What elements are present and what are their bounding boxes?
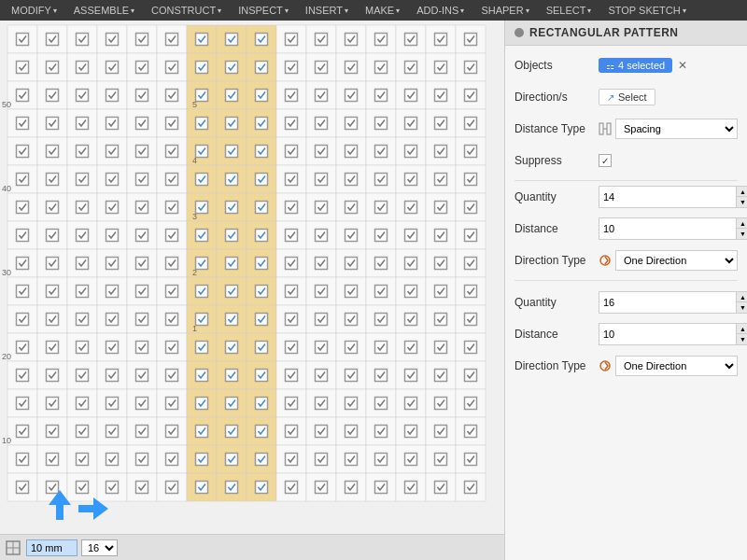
shaper-arrow-icon: ▾ <box>526 7 529 15</box>
menu-make[interactable]: MAKE ▾ <box>358 3 407 18</box>
direction-type2-select[interactable]: One Direction Symmetric <box>615 356 738 376</box>
direction-arrow-icon: ↗ <box>607 92 614 103</box>
divider-2 <box>514 280 738 281</box>
selected-count: 4 selected <box>618 60 665 71</box>
assemble-arrow-icon: ▾ <box>131 7 134 15</box>
quantity1-label: Quantity <box>514 190 599 203</box>
quantity1-row: Quantity ▲ ▼ <box>514 185 738 209</box>
directions-label: Direction/s <box>514 91 599 104</box>
canvas-area[interactable]: 16 14 10 <box>0 21 504 560</box>
panel-body: Objects ⚏ 4 selected ✕ Direction/s ↗ Sel… <box>505 46 747 393</box>
distance2-input[interactable] <box>599 324 736 344</box>
spacing-icon <box>599 122 612 135</box>
quantity1-control: ▲ ▼ <box>599 186 747 208</box>
distance1-input[interactable] <box>599 218 736 239</box>
distance-type-select[interactable]: Spacing Extent <box>615 119 738 139</box>
distance1-up-button[interactable]: ▲ <box>736 218 747 229</box>
insert-arrow-icon: ▾ <box>345 7 348 15</box>
addins-arrow-icon: ▾ <box>460 7 464 15</box>
menu-insert[interactable]: INSERT ▾ <box>298 3 356 18</box>
quantity2-spinner: ▲ ▼ <box>736 292 747 313</box>
quantity1-up-button[interactable]: ▲ <box>736 187 747 197</box>
toolbar-sketch-icon <box>4 539 22 557</box>
distance-type-label: Distance Type <box>514 122 599 135</box>
quantity-select[interactable]: 16 14 10 <box>81 539 118 556</box>
direction-type1-row: Direction Type One Direction Symmetric <box>514 248 738 273</box>
modify-arrow-icon: ▾ <box>53 7 57 15</box>
quantity1-down-button[interactable]: ▼ <box>736 197 747 207</box>
quantity1-spinner: ▲ ▼ <box>736 187 747 207</box>
svg-rect-6 <box>607 123 611 134</box>
direction-type2-row: Direction Type One Direction Symmetric <box>514 354 738 378</box>
quantity2-down-button[interactable]: ▼ <box>736 302 747 313</box>
badge-pattern-icon: ⚏ <box>606 61 614 71</box>
menu-shaper[interactable]: SHAPER ▾ <box>473 3 536 18</box>
distance1-row: Distance ▲ ▼ <box>514 217 738 241</box>
bottom-toolbar: 16 14 10 <box>0 534 504 560</box>
suppress-row: Suppress <box>514 148 738 173</box>
nav-right-arrow[interactable] <box>77 496 110 525</box>
objects-row: Objects ⚏ 4 selected ✕ <box>514 53 738 77</box>
svg-rect-5 <box>599 123 603 134</box>
distance2-down-button[interactable]: ▼ <box>736 334 747 344</box>
distance2-input-wrapper: ▲ ▼ <box>599 323 747 345</box>
select-direction-button[interactable]: ↗ Select <box>599 89 655 105</box>
distance1-input-wrapper: ▲ ▼ <box>599 217 747 240</box>
divider-1 <box>514 180 738 181</box>
distance2-spinner: ▲ ▼ <box>736 324 747 344</box>
quantity1-input[interactable] <box>599 187 736 207</box>
menu-construct[interactable]: CONSTRUCT ▾ <box>144 3 229 18</box>
make-arrow-icon: ▾ <box>396 7 400 15</box>
stopsketch-arrow-icon: ▾ <box>683 7 686 15</box>
clear-selection-button[interactable]: ✕ <box>676 59 689 72</box>
distance1-down-button[interactable]: ▼ <box>736 229 747 239</box>
quantity2-label: Quantity <box>514 296 599 309</box>
distance1-control: ▲ ▼ <box>599 217 747 240</box>
quantity2-control: ▲ ▼ <box>599 291 747 314</box>
quantity2-input[interactable] <box>599 292 736 313</box>
menu-select[interactable]: SELECT ▾ <box>539 3 599 18</box>
distance2-up-button[interactable]: ▲ <box>736 324 747 334</box>
direction-type1-select[interactable]: One Direction Symmetric <box>615 250 738 271</box>
quantity1-input-wrapper: ▲ ▼ <box>599 186 747 208</box>
main-content: 16 14 10 RECTANGULAR PATTERN Objects ⚏ 4… <box>0 21 747 560</box>
dimension-input[interactable] <box>26 539 78 556</box>
distance2-label: Distance <box>514 328 599 341</box>
distance2-row: Distance ▲ ▼ <box>514 322 738 346</box>
direction-type2-control: One Direction Symmetric <box>599 356 738 376</box>
panel-dot-icon <box>514 28 524 37</box>
nav-up-arrow[interactable] <box>47 488 73 525</box>
right-panel: RECTANGULAR PATTERN Objects ⚏ 4 selected… <box>504 21 747 560</box>
select-arrow-icon: ▾ <box>587 7 591 15</box>
construct-arrow-icon: ▾ <box>218 7 221 15</box>
direction1-type-icon <box>599 254 612 267</box>
selected-badge: ⚏ 4 selected <box>599 58 672 73</box>
svg-marker-0 <box>49 490 71 520</box>
direction2-type-icon <box>599 359 612 372</box>
objects-label: Objects <box>514 59 599 72</box>
menu-addins[interactable]: ADD-INS ▾ <box>409 3 472 18</box>
direction-type2-label: Direction Type <box>514 359 599 372</box>
directions-control: ↗ Select <box>599 89 738 105</box>
objects-control: ⚏ 4 selected ✕ <box>599 58 738 73</box>
panel-header: RECTANGULAR PATTERN <box>505 21 747 46</box>
directions-row: Direction/s ↗ Select <box>514 85 738 109</box>
menu-modify[interactable]: MODIFY ▾ <box>4 3 64 18</box>
svg-marker-1 <box>78 497 108 520</box>
menu-assemble[interactable]: ASSEMBLE ▾ <box>66 3 142 18</box>
panel-title: RECTANGULAR PATTERN <box>529 26 679 39</box>
quantity2-row: Quantity ▲ ▼ <box>514 290 738 315</box>
direction-type1-label: Direction Type <box>514 254 599 267</box>
menu-bar: MODIFY ▾ ASSEMBLE ▾ CONSTRUCT ▾ INSPECT … <box>0 0 747 21</box>
menu-stopsketch[interactable]: STOP SKETCH ▾ <box>600 3 693 18</box>
menu-inspect[interactable]: INSPECT ▾ <box>231 3 296 18</box>
distance1-label: Distance <box>514 222 599 235</box>
distance-type-control: Spacing Extent <box>599 119 738 139</box>
suppress-control <box>599 154 738 167</box>
distance-type-row: Distance Type Spacing Extent <box>514 117 738 141</box>
distance1-spinner: ▲ ▼ <box>736 218 747 239</box>
quantity2-up-button[interactable]: ▲ <box>736 292 747 302</box>
suppress-label: Suppress <box>514 154 599 167</box>
direction-type1-control: One Direction Symmetric <box>599 250 738 271</box>
suppress-checkbox[interactable] <box>599 154 612 167</box>
